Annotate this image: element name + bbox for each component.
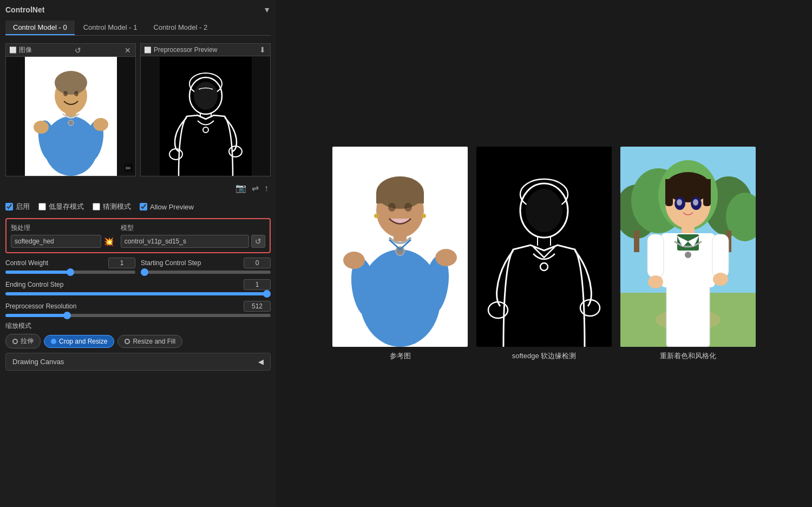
- model-reload-btn[interactable]: ↺: [251, 235, 265, 248]
- svg-point-10: [74, 91, 78, 96]
- enable-label: 启用: [16, 202, 30, 212]
- low-vram-checkbox[interactable]: [38, 203, 46, 210]
- ending-step-label: Ending Control Step: [5, 281, 63, 288]
- svg-point-35: [396, 247, 404, 255]
- preprocessor-section-label: 预处理: [11, 223, 114, 233]
- allow-preview-checkbox[interactable]: [140, 203, 147, 210]
- checkboxes-row: 启用 低显存模式 猜测模式 Allow Preview: [5, 200, 271, 214]
- zoom-label-fill: Resize and Fill: [133, 338, 175, 345]
- preprocessor-group: 预处理 softedge_hed 💥: [11, 223, 114, 248]
- svg-point-63: [713, 273, 728, 286]
- svg-point-4: [34, 121, 49, 134]
- svg-rect-68: [665, 187, 673, 206]
- control-weight-label: Control Weight: [5, 259, 48, 267]
- bottom-action-icons: 📷 ⇌ ↑: [5, 181, 271, 195]
- gallery-img-2: [620, 147, 756, 347]
- image-close-btn[interactable]: ✕: [123, 46, 132, 55]
- svg-rect-69: [703, 187, 711, 206]
- camera-btn[interactable]: 📷: [235, 183, 246, 193]
- image-reset-btn[interactable]: ↺: [74, 46, 82, 55]
- panel-collapse-arrow[interactable]: ▼: [263, 5, 271, 14]
- preprocessor-res-row: Preprocessor Resolution 512: [5, 301, 271, 317]
- preprocessor-input-row: softedge_hed 💥: [11, 235, 114, 248]
- checkbox-allow-preview[interactable]: Allow Preview: [140, 203, 194, 211]
- preprocessor-res-slider[interactable]: [5, 314, 271, 317]
- gallery-svg-0: [332, 147, 468, 347]
- drawing-canvas-bar[interactable]: Drawing Canvas ◀: [5, 353, 271, 371]
- zoom-btn-resize-fill[interactable]: Resize and Fill: [117, 335, 182, 348]
- original-image-label: 图像: [19, 45, 32, 55]
- svg-rect-61: [712, 234, 729, 278]
- preprocessor-res-header: Preprocessor Resolution 512: [5, 301, 271, 312]
- preprocessor-preview-box: ⬜ Preprocessor Preview ⬇: [140, 43, 271, 176]
- tab-control-model-2[interactable]: Control Model - 2: [146, 21, 215, 35]
- drawing-canvas-label: Drawing Canvas: [12, 358, 64, 366]
- ending-step-header: Ending Control Step 1: [5, 279, 271, 290]
- zoom-label-stretch: 拉伸: [21, 337, 34, 346]
- svg-point-37: [422, 214, 426, 218]
- preprocessor-select[interactable]: softedge_hed: [11, 235, 101, 248]
- preprocessor-res-label: Preprocessor Resolution: [5, 302, 76, 310]
- svg-point-62: [648, 275, 663, 288]
- svg-point-5: [93, 118, 108, 131]
- tab-control-model-0[interactable]: Control Model - 0: [5, 21, 75, 35]
- gallery-img-1: [476, 147, 612, 347]
- gallery-item-0: 参考图: [332, 147, 468, 361]
- right-panel: 参考图: [276, 0, 812, 507]
- nurse-original-svg: [25, 57, 117, 176]
- starting-step-header: Starting Control Step 0: [141, 258, 271, 268]
- gallery-svg-1: [476, 147, 612, 347]
- zoom-buttons: 拉伸 Crop and Resize Resize and Fill: [5, 334, 271, 348]
- preprocessor-run-btn[interactable]: 💥: [103, 236, 114, 247]
- gallery-caption-2: 重新着色和风格化: [660, 351, 716, 361]
- zoom-btn-stretch[interactable]: 拉伸: [5, 334, 41, 348]
- svg-point-22: [194, 82, 218, 110]
- panel-title: ControlNet: [5, 5, 44, 14]
- svg-point-72: [677, 199, 682, 206]
- svg-point-11: [68, 120, 74, 126]
- two-sliders-row: Control Weight 1 Starting Control Step 0: [5, 258, 271, 274]
- zoom-radio-fill: [125, 339, 130, 344]
- zoom-section: 缩放模式 拉伸 Crop and Resize Resize and Fill: [5, 321, 271, 348]
- gallery-caption-1: softedge 软边缘检测: [512, 351, 577, 361]
- ending-step-value: 1: [244, 279, 271, 290]
- guess-mode-label: 猜测模式: [103, 202, 131, 212]
- tab-control-model-1[interactable]: Control Model - 1: [76, 21, 145, 35]
- upload-btn[interactable]: ↑: [264, 183, 269, 193]
- zoom-label-crop: Crop and Resize: [59, 338, 107, 345]
- svg-point-34: [404, 203, 412, 212]
- starting-step-slider[interactable]: [141, 271, 271, 274]
- enable-checkbox[interactable]: [5, 203, 13, 210]
- checkbox-low-vram[interactable]: 低显存模式: [38, 202, 84, 212]
- model-tabs: Control Model - 0 Control Model - 1 Cont…: [5, 21, 271, 36]
- guess-mode-checkbox[interactable]: [93, 203, 100, 210]
- checkbox-enable[interactable]: 启用: [5, 202, 30, 212]
- control-weight-value: 1: [108, 258, 135, 268]
- left-panel: ControlNet ▼ Control Model - 0 Control M…: [0, 0, 276, 507]
- svg-text:✏: ✏: [126, 164, 131, 172]
- original-image-body: [6, 57, 135, 176]
- sliders-section: Control Weight 1 Starting Control Step 0…: [5, 258, 271, 317]
- gallery: 参考图: [332, 147, 756, 361]
- svg-rect-53: [634, 231, 639, 252]
- control-weight-slider[interactable]: [5, 271, 135, 274]
- svg-rect-38: [476, 147, 612, 347]
- checkbox-guess-mode[interactable]: 猜测模式: [93, 202, 131, 212]
- ending-step-slider[interactable]: [5, 292, 271, 295]
- nurse-edge-svg: [160, 57, 252, 176]
- image-edit-icon[interactable]: ✏: [125, 163, 133, 174]
- svg-rect-32: [376, 193, 424, 203]
- model-select[interactable]: control_v11p_sd15_s: [121, 235, 249, 248]
- swap-btn[interactable]: ⇌: [252, 183, 259, 193]
- svg-point-33: [388, 203, 396, 212]
- control-weight-row: Control Weight 1: [5, 258, 135, 274]
- preprocessor-download-btn[interactable]: ⬇: [258, 45, 267, 54]
- zoom-mode-label: 缩放模式: [5, 321, 271, 331]
- starting-step-value: 0: [244, 258, 271, 268]
- zoom-btn-crop-resize[interactable]: Crop and Resize: [44, 335, 114, 348]
- gallery-img-0: [332, 147, 468, 347]
- original-image-header: ⬜ 图像 ↺ ✕: [6, 44, 135, 57]
- gallery-item-2: 重新着色和风格化: [620, 147, 756, 361]
- preprocessor-preview-label: Preprocessor Preview: [154, 46, 217, 54]
- starting-step-label: Starting Control Step: [141, 259, 201, 267]
